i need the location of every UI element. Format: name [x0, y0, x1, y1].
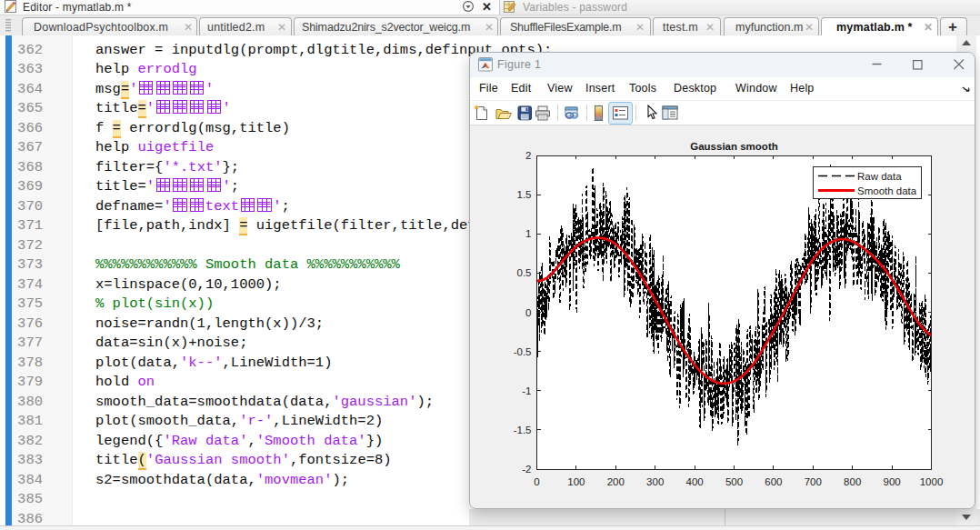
- svg-text:-1: -1: [522, 385, 531, 396]
- svg-text:-2: -2: [522, 464, 531, 475]
- svg-text:1000: 1000: [920, 476, 944, 487]
- svg-text:700: 700: [805, 476, 822, 487]
- svg-text:2: 2: [525, 150, 531, 161]
- svg-text:Gaussian smooth: Gaussian smooth: [690, 141, 778, 152]
- svg-text:-0.5: -0.5: [514, 346, 532, 357]
- svg-text:0.5: 0.5: [517, 267, 532, 278]
- svg-text:300: 300: [646, 476, 664, 487]
- svg-text:-1.5: -1.5: [514, 425, 532, 435]
- svg-text:0: 0: [525, 307, 531, 318]
- svg-text:900: 900: [884, 476, 901, 487]
- svg-text:400: 400: [686, 476, 704, 487]
- svg-text:1: 1: [525, 228, 531, 239]
- svg-text:0: 0: [534, 476, 539, 487]
- svg-text:1.5: 1.5: [517, 189, 532, 200]
- svg-text:500: 500: [725, 476, 743, 487]
- svg-text:Raw data: Raw data: [857, 171, 902, 182]
- svg-text:600: 600: [765, 476, 782, 487]
- svg-text:100: 100: [567, 476, 585, 487]
- svg-text:800: 800: [844, 476, 861, 487]
- svg-text:200: 200: [607, 476, 625, 487]
- svg-text:Smooth data: Smooth data: [857, 185, 917, 196]
